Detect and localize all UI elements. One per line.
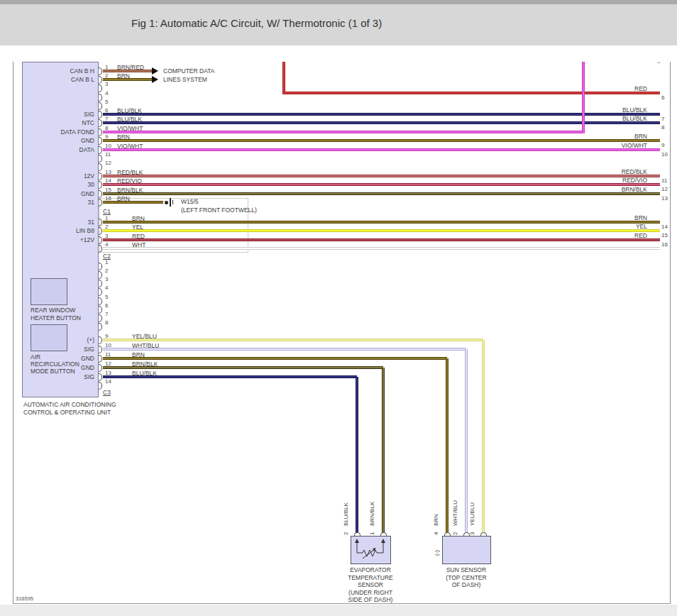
pin-number: 1 [105,64,108,71]
right-pin-number: 12 [661,186,668,193]
wire-color-label: BLU/BLK [132,370,157,377]
pin-signal-label: SIG [39,373,94,380]
thermistor-symbol [351,537,390,563]
pin-number: 16 [105,195,111,202]
wire-c3-p9 [482,340,485,537]
wire-color-label-right: BRN [634,133,647,140]
wire-color-label-right: BRN [634,214,647,221]
wire-c3-p11 [103,357,447,360]
pin-signal-label: GND [39,190,94,197]
wire-arrow [152,76,158,83]
wire-color-label: VIO/WHT [117,143,143,150]
connector-label-c1: C1 [103,208,111,215]
wire-c2-p2 [103,229,660,232]
pin-number: 15 [105,187,111,194]
pin-signal-label: 30 [39,181,94,188]
wire-color-label: YEL/BLU [132,333,157,340]
rear-window-heater-button-box [31,278,67,305]
sensor-caption-line: (TOP CENTER [446,574,486,582]
sensor-wire-label: YEL/BLU [469,502,475,526]
sensor-caption-line: SENSOR [358,581,383,589]
wire-color-label: BRN [132,215,145,222]
sensor-caption-line: TEMPERATURE [348,574,393,582]
pin-number: 8 [105,125,108,132]
wire-color-label: BRN/BLK [132,361,158,368]
right-pin-number: 16 [661,241,668,248]
wire-c1-p7 [103,121,660,124]
control-unit-name: AUTOMATIC AIR CONDITIONING [23,401,116,408]
pin-number: 13 [105,370,111,377]
pin-signal-label: DATA [39,146,94,153]
pin-number: 3 [105,81,108,88]
pin-signal-label: CAN B H [39,67,94,75]
right-pin-number: 6 [661,94,664,101]
pin-signal-label: GND [39,137,94,144]
pin-number: 6 [105,302,108,309]
pin-number: 8 [105,319,108,326]
pin-number: 9 [105,133,108,141]
wire-color-label: BRN [117,72,130,79]
ground-symbol-dot [165,201,168,204]
pin-number: 13 [105,169,111,176]
pin-number: 10 [105,143,111,150]
wire-c3-p12 [382,368,385,537]
pin-number: 12 [105,160,111,167]
sensor-caption-line: EVAPORATOR [350,566,391,574]
sensor-pin-number: 3 [469,532,475,535]
sensor-caption-line: SUN SENSOR [446,566,486,574]
pin-number: 3 [105,276,108,283]
pin-number: 2 [105,268,108,275]
control-unit-name: CONTROL & OPERATING UNIT [23,409,111,416]
pin-signal-label: DATA FOND [39,128,94,136]
pin-number: 5 [105,294,108,301]
wire-color-label: RED [132,233,145,240]
wiring-diagram: REAR WINDOW HEATER BUTTON AIR RECIRCULAT… [13,45,671,605]
sensor-terminal-label: (-) [434,550,440,556]
pin-number: 4 [105,90,108,97]
page-bottom-strip [0,605,677,616]
wire-color-label-right: BLU/BLK [622,106,647,114]
wire-color-label: BRN/BLK [117,187,143,194]
wire-color-label: YEL [132,224,143,231]
right-pin-number: 9 [661,142,664,149]
wire-arrow [152,67,158,75]
wire-color-label: BRN [117,195,130,202]
wire-c1-p14 [103,183,660,186]
pin-signal-label: NTC [39,119,94,126]
wire-c3-p9 [103,339,483,341]
wire-c1-p6 [103,113,660,116]
wire-c1-p10 [103,148,660,151]
wire-c1-p8 [582,62,585,133]
pin-signal-label: +12V [39,236,94,243]
wire-color-label-right: RED [634,85,647,92]
wire-color-label-right: RED/BLK [622,168,647,175]
wire-c3-p11 [446,358,448,537]
right-pin-number: 7 [661,116,664,123]
wire-color-label: VIO/WHT [117,125,143,132]
ground-symbol-bar [170,198,171,207]
pin-number: 2 [105,224,108,231]
sensor-pin-number: 2 [452,532,458,535]
rear-window-heater-button-label: REAR WINDOW [31,307,75,314]
right-pin-number: 10 [661,151,668,158]
rear-window-heater-button-label: HEATER BUTTON [31,314,81,321]
pin-signal-label: 31 [39,199,94,206]
diagram-frame [13,62,671,604]
figure-title: Fig 1: Automatic A/C Circuit, W/ Thermot… [131,17,382,29]
ground-location: (LEFT FRONT FOOTWELL) [181,207,257,214]
sensor-pin-number: 4 [433,532,439,535]
right-pin-number: 13 [661,195,668,202]
pin-number: 14 [105,177,111,185]
wire-c3-p13 [356,377,358,537]
wire-color-label: WHT [132,241,145,248]
pin-signal-label: LIN B8 [39,227,94,234]
right-pin-number: 8 [661,124,664,131]
pin-number: 4 [105,241,108,248]
sensor-wire-label: BRN [433,514,439,526]
computer-data-note: COMPUTER DATA [163,67,214,75]
sensor-pin-number: 1 [369,532,375,535]
wire-c2-p1 [103,221,660,224]
clipped-pin-number: 5 [657,62,663,65]
pin-number: 11 [105,151,111,158]
wire-feed-red [282,62,285,94]
